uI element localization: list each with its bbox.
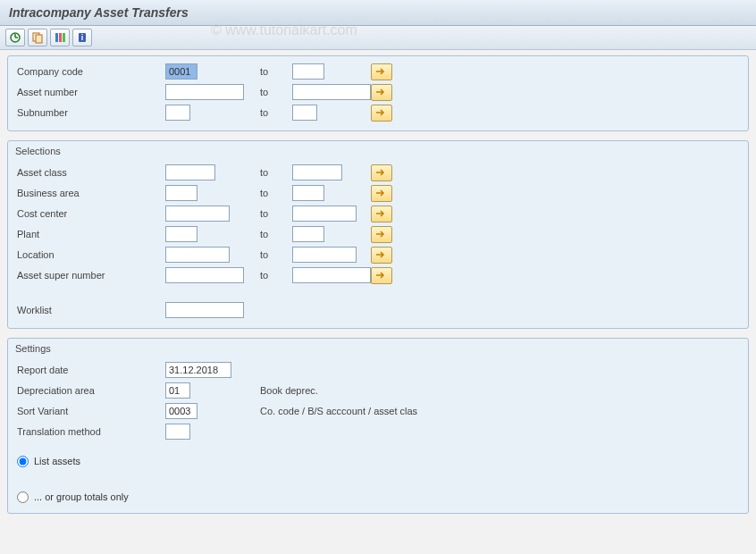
to-label: to <box>260 87 292 97</box>
to-label: to <box>260 107 292 118</box>
svg-rect-5 <box>55 33 58 42</box>
company-code-from[interactable] <box>165 63 197 80</box>
list-assets-label: List assets <box>34 456 80 466</box>
settings-title: Settings <box>15 342 741 355</box>
asset-super-from[interactable] <box>165 267 244 283</box>
company-code-to[interactable] <box>292 63 324 80</box>
asset-number-from[interactable] <box>165 84 244 100</box>
worklist-label: Worklist <box>15 305 165 315</box>
to-label: to <box>260 188 292 198</box>
to-label: to <box>260 208 292 219</box>
business-area-from[interactable] <box>165 185 197 201</box>
asset-class-to[interactable] <box>292 164 342 180</box>
depr-area-input[interactable] <box>165 382 190 399</box>
group-totals-label: ... or group totals only <box>34 491 129 502</box>
asset-super-multiselect[interactable] <box>371 267 392 284</box>
asset-class-multiselect[interactable] <box>371 164 392 181</box>
cost-center-from[interactable] <box>165 206 230 222</box>
sort-variant-label: Sort Variant <box>15 406 165 416</box>
report-date-input[interactable] <box>165 362 231 378</box>
company-code-multiselect[interactable] <box>371 63 392 80</box>
group-totals-radio[interactable] <box>17 491 29 503</box>
location-from[interactable] <box>165 247 230 263</box>
cost-center-to[interactable] <box>292 206 357 222</box>
business-area-multiselect[interactable] <box>371 185 392 202</box>
asset-class-label: Asset class <box>15 167 165 178</box>
get-variant-button[interactable] <box>28 29 47 46</box>
subnumber-label: Subnumber <box>15 107 165 118</box>
company-code-label: Company code <box>15 66 165 77</box>
plant-label: Plant <box>15 229 165 239</box>
svg-text:i: i <box>81 33 84 42</box>
depr-area-desc: Book deprec. <box>260 385 318 396</box>
page-title: Intracompany Asset Transfers <box>0 0 756 26</box>
svg-rect-7 <box>63 33 65 42</box>
location-to[interactable] <box>292 247 357 263</box>
location-label: Location <box>15 249 165 260</box>
selections-title: Selections <box>15 145 741 157</box>
to-label: to <box>260 229 292 239</box>
execute-button[interactable] <box>5 29 25 46</box>
subnumber-multiselect[interactable] <box>371 105 392 122</box>
subnumber-to[interactable] <box>292 105 317 121</box>
transl-method-label: Translation method <box>15 426 165 437</box>
asset-number-label: Asset number <box>15 87 165 97</box>
group-settings: Settings Report date Depreciation area B… <box>7 338 749 514</box>
to-label: to <box>260 270 292 281</box>
toolbar: i <box>0 26 756 50</box>
to-label: to <box>260 249 292 260</box>
sort-variant-input[interactable] <box>165 403 197 419</box>
sort-variant-desc: Co. code / B/S acccount / asset clas <box>260 406 417 416</box>
cost-center-label: Cost center <box>15 208 165 219</box>
asset-super-to[interactable] <box>292 267 371 283</box>
all-selections-button[interactable] <box>50 29 70 46</box>
location-multiselect[interactable] <box>371 247 392 264</box>
depr-area-label: Depreciation area <box>15 385 165 396</box>
plant-multiselect[interactable] <box>371 226 392 243</box>
list-assets-radio[interactable] <box>17 456 29 467</box>
group-selections: Selections Asset class to Business area … <box>7 140 749 329</box>
subnumber-from[interactable] <box>165 105 190 121</box>
report-date-label: Report date <box>15 365 165 375</box>
to-label: to <box>260 167 292 178</box>
program-doc-button[interactable]: i <box>72 29 92 46</box>
worklist-input[interactable] <box>165 302 244 318</box>
cost-center-multiselect[interactable] <box>371 206 392 222</box>
svg-rect-4 <box>36 35 42 43</box>
business-area-to[interactable] <box>292 185 324 201</box>
business-area-label: Business area <box>15 188 165 198</box>
group-basic: Company code to Asset number to Subnumbe… <box>7 55 749 131</box>
asset-number-to[interactable] <box>292 84 371 100</box>
svg-rect-6 <box>59 33 62 42</box>
asset-number-multiselect[interactable] <box>371 84 392 101</box>
to-label: to <box>260 66 292 77</box>
asset-class-from[interactable] <box>165 164 215 180</box>
transl-method-input[interactable] <box>165 424 190 440</box>
plant-from[interactable] <box>165 226 197 242</box>
plant-to[interactable] <box>292 226 324 242</box>
asset-super-label: Asset super number <box>15 270 165 281</box>
